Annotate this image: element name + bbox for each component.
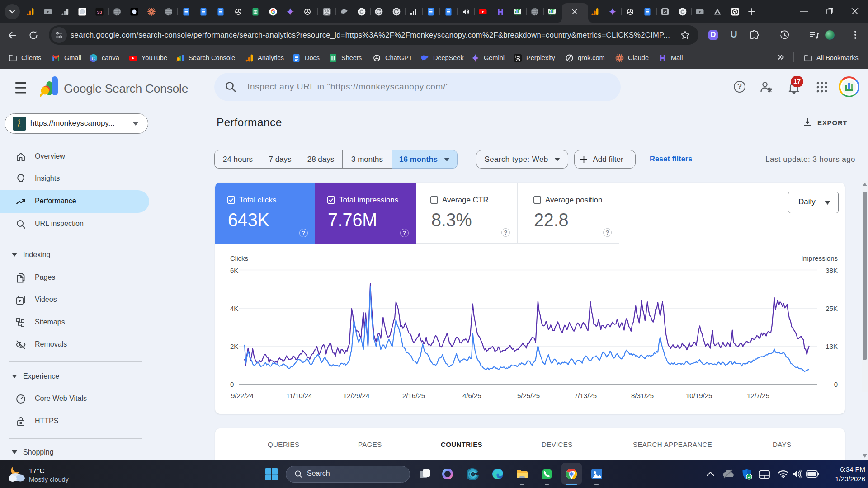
svg-text:keywords: keywords xyxy=(514,14,521,16)
svg-text:keywords: keywords xyxy=(549,14,556,16)
svg-text:C: C xyxy=(92,55,95,61)
svg-text:S3: S3 xyxy=(97,10,102,14)
